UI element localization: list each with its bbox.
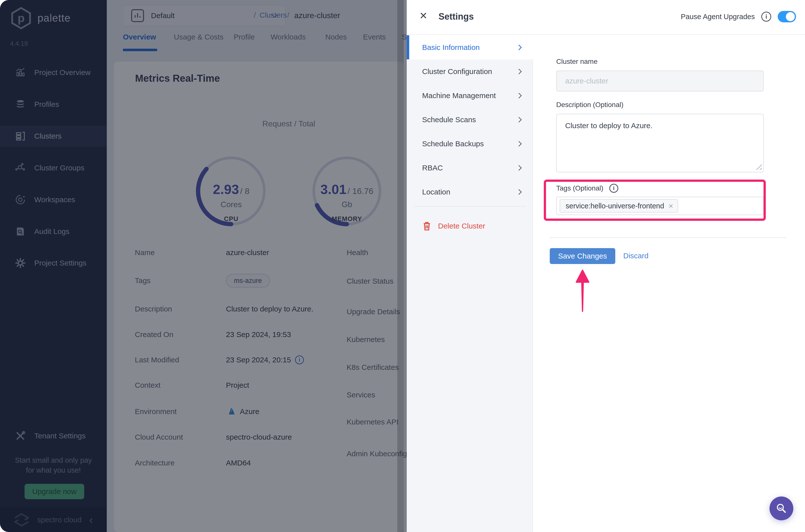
- pause-agent-upgrades-label: Pause Agent Upgrades: [681, 13, 755, 21]
- chevron-right-icon: [516, 117, 522, 122]
- discard-link[interactable]: Discard: [623, 252, 649, 260]
- settings-nav-rbac[interactable]: RBAC: [407, 156, 533, 180]
- delete-cluster-button[interactable]: Delete Cluster: [407, 214, 533, 238]
- drawer-header: × Settings Pause Agent Upgrades i: [407, 0, 805, 35]
- chevron-right-icon: [516, 141, 522, 147]
- tag-chip: service:hello-universe-frontend ×: [560, 199, 678, 213]
- save-changes-button[interactable]: Save Changes: [550, 248, 615, 264]
- toggle-knob: [786, 12, 795, 21]
- trash-icon: [422, 221, 432, 231]
- workspace: p palette 4.4.19 Project Overview Profil…: [0, 0, 407, 532]
- info-icon[interactable]: i: [609, 184, 618, 193]
- close-icon[interactable]: ×: [420, 9, 427, 22]
- search-magnifier-icon: [775, 502, 788, 515]
- tag-chip-label: service:hello-universe-frontend: [566, 202, 664, 210]
- modal-backdrop[interactable]: [0, 0, 407, 532]
- tags-input[interactable]: service:hello-universe-frontend ×: [556, 197, 764, 215]
- chevron-right-icon: [516, 189, 522, 195]
- description-label: Description (Optional): [556, 101, 624, 109]
- settings-nav-schedule-backups[interactable]: Schedule Backups: [407, 132, 533, 156]
- chevron-right-icon: [516, 165, 522, 171]
- tag-remove-icon[interactable]: ×: [669, 202, 673, 210]
- tags-label-row: Tags (Optional) i: [556, 184, 618, 193]
- tags-label: Tags (Optional): [556, 184, 603, 192]
- info-icon[interactable]: i: [761, 12, 771, 22]
- drawer-title: Settings: [439, 12, 474, 22]
- settings-nav-basic-information[interactable]: Basic Information: [407, 35, 533, 59]
- cluster-name-label: Cluster name: [556, 58, 598, 65]
- settings-nav-machine-management[interactable]: Machine Management: [407, 83, 533, 108]
- pause-agent-upgrades-toggle[interactable]: [778, 11, 796, 22]
- settings-drawer: × Settings Pause Agent Upgrades i Basic …: [407, 0, 805, 532]
- description-textarea[interactable]: Cluster to deploy to Azure.: [556, 114, 764, 172]
- settings-nav-location[interactable]: Location: [407, 180, 533, 204]
- settings-nav: Basic Information Cluster Configuration …: [407, 35, 533, 532]
- pause-agent-upgrades-row: Pause Agent Upgrades i: [681, 11, 796, 22]
- divider: [414, 206, 526, 207]
- app-window: p palette 4.4.19 Project Overview Profil…: [0, 0, 805, 532]
- chevron-right-icon: [516, 44, 522, 50]
- cluster-name-input[interactable]: [556, 71, 764, 91]
- divider: [549, 238, 787, 238]
- search-fab-button[interactable]: [769, 496, 793, 520]
- settings-nav-cluster-configuration[interactable]: Cluster Configuration: [407, 59, 533, 83]
- settings-nav-schedule-scans[interactable]: Schedule Scans: [407, 108, 533, 132]
- chevron-right-icon: [516, 93, 522, 98]
- arrow-annotation: [575, 270, 590, 312]
- chevron-right-icon: [516, 69, 522, 74]
